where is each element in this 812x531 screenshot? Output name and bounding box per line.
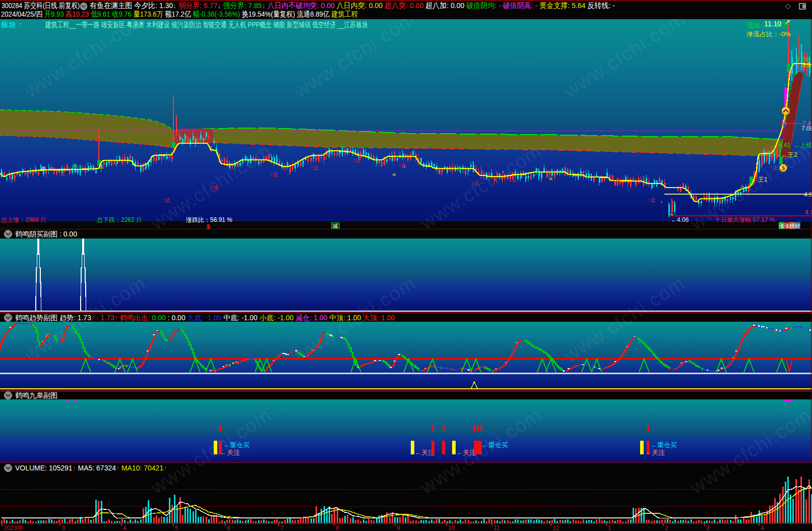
svg-text:3: 3	[706, 524, 710, 531]
svg-text:↑止: ↑止	[509, 176, 518, 183]
svg-text:←王3: ←王3	[789, 66, 804, 73]
svg-text:涨: 涨	[784, 223, 790, 229]
svg-text:↑止: ↑止	[310, 164, 319, 170]
svg-text:↑止: ↑止	[770, 164, 778, 170]
svg-text:6: 6	[227, 524, 230, 531]
svg-text:涨: 涨	[779, 223, 784, 229]
svg-text:11: 11	[41, 165, 46, 170]
svg-text:←王1: ←王1	[752, 176, 768, 183]
svg-text:鹤鸣趋势副图 趋势: 1.73↑ : 1.73↑ 鹤鸣出击:: 鹤鸣趋势副图 趋势: 1.73↑ : 1.73↑ 鹤鸣出击: 0.00 : 0.…	[15, 314, 395, 322]
svg-text:←上线: ←上线	[794, 142, 812, 149]
svg-text:$: $	[782, 165, 785, 171]
svg-text:VOLUME: 105291↑ MA5: 67324↑: VOLUME: 105291↑ MA5: 67324↑ MA10: 70421↑	[15, 464, 167, 472]
svg-text:鹤鸣九皋副图: 鹤鸣九皋副图	[15, 391, 57, 399]
svg-text:↗: ↗	[785, 18, 790, 26]
svg-text:6.41: 6.41	[779, 142, 791, 149]
svg-text:O: O	[535, 168, 539, 173]
svg-text:←重仓买: ←重仓买	[651, 441, 677, 449]
svg-text:↑止: ↑止	[57, 170, 66, 176]
svg-text:减: 减	[333, 223, 338, 229]
svg-text:财: 财	[795, 223, 800, 229]
svg-text:4: 4	[761, 524, 764, 531]
svg-text:↑止: ↑止	[471, 180, 480, 186]
svg-text:←关注: ←关注	[645, 449, 665, 456]
svg-text:11.10: 11.10	[764, 20, 781, 28]
svg-text:300284 苏交科(日线.前复权): 300284 苏交科(日线.前复权)	[2, 1, 80, 10]
svg-text:↑止: ↑止	[270, 171, 279, 177]
svg-text:十日最大涨幅:57.17 %: 十日最大涨幅:57.17 %	[715, 216, 775, 223]
svg-text:↑: ↑	[502, 169, 505, 174]
svg-text:←重仓买: ←重仓买	[223, 441, 249, 449]
svg-text:2: 2	[665, 524, 668, 531]
svg-text:板块：: 板块：	[1, 20, 24, 29]
svg-text:↑: ↑	[358, 155, 360, 160]
svg-text:←重仓买: ←重仓买	[482, 441, 508, 449]
svg-text:炸: 炸	[782, 121, 787, 127]
svg-text:2024/04/25/四 开9.93 高10.23 低9.6: 2024/04/25/四 开9.93 高10.23 低9.61 收9.76 量1…	[1, 10, 358, 18]
svg-text:3: 3	[61, 524, 65, 531]
svg-text:总上涨：2988 只: 总上涨：2988 只	[1, 216, 46, 223]
svg-text:↑: ↑	[282, 164, 285, 169]
svg-text:2023年: 2023年	[4, 524, 23, 531]
svg-text:↑: ↑	[403, 164, 406, 169]
svg-text:涨跌比：56.91 %: 涨跌比：56.91 %	[185, 216, 232, 223]
svg-text:净流占比：-0%: 净流占比：-0%	[746, 30, 791, 38]
svg-text:↑止: ↑止	[162, 197, 171, 203]
svg-text:11: 11	[493, 524, 500, 531]
svg-text:9: 9	[458, 166, 461, 171]
svg-text:鹤鸣阴买副图 : 0.00: 鹤鸣阴买副图 : 0.00	[15, 230, 77, 238]
svg-text:12: 12	[552, 524, 559, 531]
svg-text:↑止: ↑止	[613, 178, 621, 184]
svg-text:5: 5	[175, 524, 178, 531]
svg-text:←王2: ←王2	[782, 151, 797, 158]
svg-text:O: O	[740, 185, 744, 191]
svg-text:↑: ↑	[660, 200, 663, 205]
svg-text:↑: ↑	[566, 172, 569, 177]
svg-text:7: 7	[280, 524, 284, 531]
svg-text:9: 9	[397, 524, 400, 531]
svg-text:总下跌：2262 只: 总下跌：2262 只	[96, 216, 142, 223]
svg-text:10: 10	[448, 524, 455, 531]
svg-text:7.08: 7.08	[801, 125, 812, 132]
svg-text:←关注: ←关注	[456, 449, 476, 456]
svg-text:榜: 榜	[789, 223, 795, 229]
svg-text:有鱼在渊主图 今夕比: 1.30↓ 弱分界: 6.77↓ 强: 有鱼在渊主图 今夕比: 1.30↓ 弱分界: 6.77↓ 强分界: 7.85↓ …	[90, 1, 615, 10]
svg-text:↑止: ↑止	[648, 197, 656, 203]
svg-text:8: 8	[336, 524, 339, 531]
svg-text:4.9: 4.9	[804, 191, 812, 198]
svg-text:←关注: ←关注	[220, 449, 240, 456]
svg-text:1: 1	[608, 524, 611, 531]
svg-text:↑止: ↑止	[434, 168, 443, 174]
svg-text:←4.06: ←4.06	[671, 216, 689, 223]
svg-text:↑止: ↑止	[211, 184, 219, 190]
svg-text:建筑工程__一带一路 雄安新区 粤港奥 水利建设 核污染防治: 建筑工程__一带一路 雄安新区 粤港奥 水利建设 核污染防治 智能交通 无人机 …	[45, 20, 368, 29]
svg-text:4: 4	[123, 524, 127, 531]
